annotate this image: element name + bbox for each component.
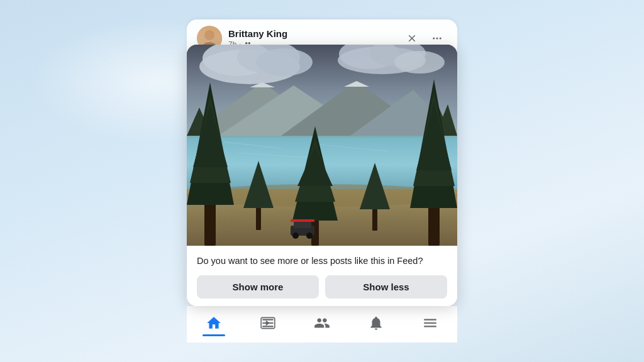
post-card: Do you want to see more or less posts li… <box>187 45 457 305</box>
svg-point-5 <box>440 38 441 40</box>
watch-icon <box>260 315 276 331</box>
post-card-container: Brittany King 7h · <box>187 19 457 342</box>
svg-point-50 <box>306 233 313 239</box>
feedback-buttons: Show more Show less <box>197 275 447 299</box>
nav-item-notifications[interactable] <box>358 312 394 334</box>
nav-item-home[interactable] <box>196 312 232 334</box>
nav-active-indicator <box>203 334 225 336</box>
svg-point-1 <box>204 30 214 40</box>
bottom-nav <box>187 306 457 343</box>
nav-item-watch[interactable] <box>250 312 286 334</box>
post-image <box>187 45 457 246</box>
nav-item-groups[interactable] <box>304 312 340 334</box>
show-less-button[interactable]: Show less <box>325 275 447 299</box>
svg-rect-48 <box>291 219 314 222</box>
home-icon <box>206 315 222 331</box>
groups-icon <box>314 315 330 331</box>
show-more-button[interactable]: Show more <box>197 275 319 299</box>
post-question: Do you want to see more or less posts li… <box>197 255 447 267</box>
nav-item-menu[interactable] <box>412 312 448 334</box>
post-username: Brittany King <box>228 28 396 40</box>
svg-point-49 <box>292 233 299 239</box>
svg-marker-52 <box>266 320 270 326</box>
notifications-icon <box>368 315 384 331</box>
post-footer: Do you want to see more or less posts li… <box>187 246 457 305</box>
svg-point-14 <box>394 51 445 74</box>
svg-point-4 <box>436 38 438 40</box>
menu-icon <box>422 315 438 331</box>
svg-point-10 <box>256 48 313 76</box>
svg-point-3 <box>433 38 435 40</box>
